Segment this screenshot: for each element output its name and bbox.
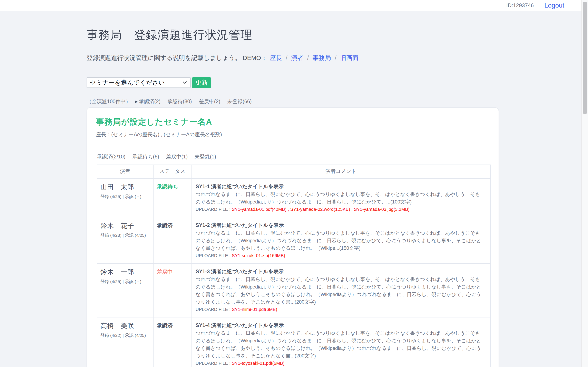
- upload-file-links[interactable]: SY1-toyosaki-01.pdf(6MB): [232, 361, 285, 366]
- status-badge: 差戻中: [157, 269, 173, 275]
- triangle-right-icon: ▶: [135, 99, 138, 104]
- column-header: 演者: [97, 165, 153, 178]
- seminar-chairs: 座長：(セミナーAの座長名) , (セミナーAの座長名複数): [96, 131, 490, 138]
- comment-title: SY1-3 演者に紐づいたタイトルを表示: [196, 268, 483, 275]
- status-badge: 承認済: [157, 323, 173, 329]
- comment-body: つれづれなるまゝに、日暮らし、硯にむかひて、心にうつりゆくよしなし事を、そこはか…: [196, 191, 483, 206]
- upload-files: UPLOARD FILE : SY1-toyosaki-01.pdf(6MB): [196, 360, 483, 367]
- seminar-status-count: 承認待ち(6): [132, 154, 159, 159]
- seminar-status-count: 承認済(2/10): [97, 154, 125, 159]
- seminar-card: 事務局が設定したセミナー名A 座長：(セミナーAの座長名) , (セミナーAの座…: [86, 107, 499, 367]
- page-title: 事務局 登録演題進行状況管理: [86, 27, 499, 43]
- comment-title: SY1-1 演者に紐づいたタイトルを表示: [196, 183, 483, 190]
- speaker-name: 鈴木 花子: [100, 221, 150, 230]
- speakers-table: 演者ステータス演者コメント 山田 太郎 登録 (4/25) | 承認 ( - ): [97, 165, 491, 367]
- comment-title: SY1-4 演者に紐づいたタイトルを表示: [196, 322, 483, 329]
- speaker-dates: 登録 (4/22) | 承認 (4/25): [100, 333, 150, 338]
- upload-label: UPLOARD FILE :: [196, 207, 232, 212]
- column-header: ステータス: [153, 165, 191, 178]
- topbar: ID:1293746 Logout: [0, 0, 588, 11]
- scrollbar-thumb[interactable]: [583, 2, 587, 114]
- status-badge: 承認済: [157, 222, 173, 229]
- speaker-dates: 登録 (4/23) | 承認 (4/25): [100, 233, 150, 238]
- role-link[interactable]: 事務局: [312, 54, 331, 61]
- description-text: 登録演題進行状況管理に関する説明を記載しましょう。 DEMO：: [86, 54, 267, 61]
- viewport: ID:1293746 Logout 事務局 登録演題進行状況管理 登録演題進行状…: [0, 0, 588, 367]
- speaker-name: 山田 太郎: [100, 183, 150, 191]
- upload-file-links[interactable]: SY1-suzuki-01.zip(166MB): [232, 253, 285, 258]
- role-links: 座長 / 演者 / 事務局 / 旧画面: [269, 54, 362, 61]
- upload-file-links[interactable]: SY1-yamada-01.pdf(42MB) , SY1-yamada-02.…: [232, 207, 410, 212]
- column-header: 演者コメント: [191, 165, 491, 178]
- summary-item: 承認待(30): [167, 99, 192, 104]
- upload-label: UPLOARD FILE :: [196, 361, 232, 366]
- speaker-name: 高橋 美咲: [100, 322, 150, 330]
- summary-item: 差戻中(2): [199, 99, 221, 104]
- table-row: 山田 太郎 登録 (4/25) | 承認 ( - ) 承認待ち SY1-1 演者…: [97, 178, 491, 217]
- seminar-select[interactable]: セミナーを選んでください: [86, 77, 191, 88]
- comment-body: つれづれなるまゝに、日暮らし、硯にむかひて、心にうつりゆくよしなし事を、そこはか…: [196, 329, 483, 359]
- upload-files: UPLOARD FILE : SY1-suzuki-01.zip(166MB): [196, 252, 483, 259]
- controls-row: セミナーを選んでください 更新: [86, 77, 499, 88]
- comment-title: SY1-2 演者に紐づいたタイトルを表示: [196, 221, 483, 229]
- link-separator: /: [333, 54, 338, 61]
- upload-files: UPLOARD FILE : SY1-niimi-01.pdf(6MB): [196, 306, 483, 313]
- seminar-status-count: 差戻中(1): [166, 154, 188, 159]
- seminar-status-counts: 承認済(2/10)承認待ち(6)差戻中(1)未登録(1): [97, 153, 490, 160]
- table-header-row: 演者ステータス演者コメント: [97, 165, 491, 178]
- seminar-card-body: 承認済(2/10)承認待ち(6)差戻中(1)未登録(1) 演者ステータス演者コメ…: [87, 144, 499, 367]
- status-badge: 承認待ち: [157, 184, 178, 190]
- seminar-card-header: 事務局が設定したセミナー名A 座長：(セミナーAの座長名) , (セミナーAの座…: [87, 108, 499, 144]
- summary-items: 承認済(2)承認待(30)差戻中(2)未登録(66): [139, 98, 259, 105]
- scrollbar[interactable]: [581, 0, 588, 367]
- upload-label: UPLOARD FILE :: [196, 253, 232, 258]
- speaker-dates: 登録 (4/25) | 承認 ( - ): [100, 194, 150, 200]
- upload-file-links[interactable]: SY1-niimi-01.pdf(6MB): [232, 307, 277, 312]
- user-id: ID:1293746: [506, 2, 534, 8]
- table-row: 鈴木 一郎 登録 (4/25) | 承認 ( - ) 差戻中 SY1-3 演者に…: [97, 263, 491, 317]
- seminar-select-value: セミナーを選んでください: [90, 78, 165, 87]
- role-link[interactable]: 座長: [270, 54, 282, 61]
- seminar-status-count: 未登録(1): [195, 154, 216, 159]
- main-content: 事務局 登録演題進行状況管理 登録演題進行状況管理に関する説明を記載しましょう。…: [86, 27, 499, 367]
- upload-label: UPLOARD FILE :: [196, 307, 232, 312]
- link-separator: /: [284, 54, 289, 61]
- role-link[interactable]: 演者: [291, 54, 303, 61]
- summary-counts: （全演題100件中） ▶ 承認済(2)承認待(30)差戻中(2)未登録(66): [86, 98, 499, 105]
- table-row: 鈴木 花子 登録 (4/23) | 承認 (4/25) 承認済 SY1-2 演者…: [97, 217, 491, 263]
- table-body: 山田 太郎 登録 (4/25) | 承認 ( - ) 承認待ち SY1-1 演者…: [97, 178, 491, 367]
- page-description: 登録演題進行状況管理に関する説明を記載しましょう。 DEMO： 座長 / 演者 …: [86, 54, 499, 62]
- update-button[interactable]: 更新: [192, 77, 211, 88]
- role-link[interactable]: 旧画面: [340, 54, 359, 61]
- chevron-down-icon: [182, 81, 187, 84]
- seminar-title: 事務局が設定したセミナー名A: [96, 116, 490, 127]
- summary-total: （全演題100件中）: [86, 98, 131, 105]
- table-row: 高橋 美咲 登録 (4/22) | 承認 (4/25) 承認済 SY1-4 演者…: [97, 317, 491, 367]
- speaker-name: 鈴木 一郎: [100, 268, 150, 276]
- comment-body: つれづれなるまゝに、日暮らし、硯にむかひて、心にうつりゆくよしなし事を、そこはか…: [196, 229, 483, 252]
- summary-item: 承認済(2): [139, 99, 161, 104]
- comment-body: つれづれなるまゝに、日暮らし、硯にむかひて、心にうつりゆくよしなし事を、そこはか…: [196, 275, 483, 306]
- speaker-dates: 登録 (4/25) | 承認 ( - ): [100, 279, 150, 284]
- link-separator: /: [305, 54, 311, 61]
- logout-link[interactable]: Logout: [544, 2, 564, 9]
- upload-files: UPLOARD FILE : SY1-yamada-01.pdf(42MB) ,…: [196, 206, 483, 213]
- summary-item: 未登録(66): [227, 99, 251, 104]
